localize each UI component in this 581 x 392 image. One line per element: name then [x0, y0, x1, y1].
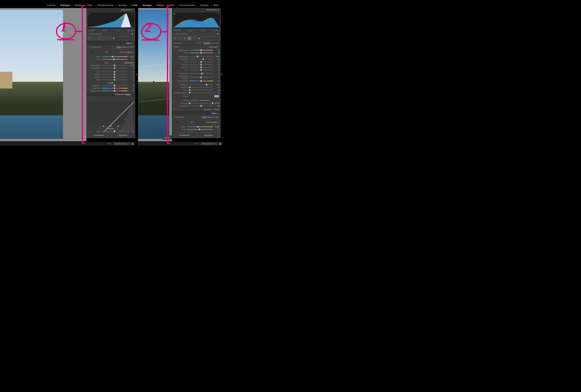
nav-libro[interactable]: Libro [85, 4, 94, 6]
panel-switch-icon[interactable] [173, 108, 175, 110]
grad-luci-slider[interactable]: Luci0 [172, 60, 221, 63]
eyedropper-icon[interactable]: ⤢ [174, 120, 179, 124]
canvas-right[interactable] [138, 8, 172, 141]
grad-margine-slider[interactable]: Elimina margine0 [172, 92, 221, 94]
nav-sviluppo[interactable]: Sviluppo [58, 4, 72, 6]
ombre-slider[interactable]: Ombre0 [87, 73, 135, 76]
grad-nitidezza-slider[interactable]: Nitidezza46 [172, 83, 221, 86]
range-mask-dropdown[interactable]: Luminanza ▼ [200, 99, 211, 101]
canvas-left[interactable] [0, 8, 86, 141]
photo-preview[interactable] [0, 10, 63, 139]
grad-uniformita-slider[interactable]: Uniformità50 [172, 104, 221, 107]
spot-tool[interactable] [93, 36, 96, 40]
nav-libreria[interactable]: Libreria [45, 4, 58, 6]
vividezza-slider[interactable]: Vividezza0 [87, 87, 135, 90]
nav-mappa[interactable]: Mappa [72, 4, 84, 6]
ripristina-button[interactable]: Ripristina [197, 133, 220, 137]
temp-slider[interactable]: Temp5.350 [87, 55, 135, 58]
grad-rumore-slider[interactable]: Rumore0 [172, 86, 221, 89]
nav-stampa[interactable]: Stampa [116, 4, 129, 6]
histogram[interactable]: ◤ ◥ [88, 12, 134, 28]
saturazione-slider[interactable]: Saturazione0 [87, 90, 135, 92]
base-header[interactable]: Base▼ [172, 111, 221, 115]
histogram-header[interactable]: Istogramma▼ [87, 8, 135, 12]
nav-mappa[interactable]: Mappa [154, 4, 166, 6]
precedente-button[interactable]: Precedente [173, 133, 196, 137]
panel-expand-handle[interactable]: ◀ [136, 72, 137, 77]
mask-pennello[interactable]: Pennello [212, 42, 219, 44]
radial-tool[interactable] [107, 36, 110, 40]
nav-libro[interactable]: Libro [167, 4, 176, 6]
grad-contrasto-slider[interactable]: Contrasto19 [172, 58, 221, 60]
histogram-header[interactable]: Istogramma▼ [172, 8, 221, 12]
chiarezza-slider[interactable]: Chiarezza0 [87, 84, 135, 87]
colori-link[interactable]: Colori [202, 116, 207, 118]
panel-switch-icon[interactable] [88, 46, 90, 48]
grad-foschia-slider[interactable]: Rimozione foschia0 [172, 75, 221, 80]
nav-web[interactable]: Web [211, 4, 221, 6]
grad-bianchi-slider[interactable]: Bianchi0 [172, 66, 221, 68]
nav-presentazione[interactable]: Presentazione [95, 4, 115, 6]
tinta-slider[interactable]: Tinta– 7 [172, 128, 221, 131]
lock-icon[interactable]: 🔒 [219, 142, 221, 145]
brush-size-slider[interactable] [197, 36, 219, 40]
grad-chiudi[interactable]: Chiudi [214, 108, 219, 110]
mask-modifica[interactable]: Modifica [204, 42, 210, 44]
grad-saturazione-slider[interactable]: Saturazione0 [172, 80, 221, 82]
nav-sviluppo[interactable]: Sviluppo [140, 4, 154, 6]
bn-link[interactable]: Bianco e nero [122, 46, 133, 48]
foto-originale-row[interactable]: Foto originale ⚡ [172, 32, 221, 36]
foto-originale-row[interactable]: Foto originale ⚡ [87, 32, 135, 36]
panel-expand-handle[interactable]: ▶ [221, 72, 223, 77]
base-header[interactable]: Base▼ [87, 41, 135, 45]
radial-tool[interactable] [192, 36, 196, 40]
esposizione-slider[interactable]: Esposizione0,00 [87, 64, 135, 67]
photo-preview[interactable] [138, 10, 169, 139]
grad-intervallo-slider[interactable]: Intervallo0/100 [172, 102, 221, 104]
checkbox-icon[interactable] [174, 33, 175, 35]
wb-dropdown[interactable]: Come scattato▼ [205, 121, 219, 123]
lightning-icon[interactable]: ⚡ [131, 33, 133, 35]
curve-header[interactable]: Curva di viraggio▼ [87, 92, 135, 96]
contrasto-slider[interactable]: Contrasto0 [87, 67, 135, 70]
redeye-tool[interactable] [97, 36, 101, 40]
lock-icon[interactable]: 🔒 [131, 142, 134, 145]
color-swatch[interactable] [214, 95, 219, 98]
colori-link[interactable]: Colori [116, 46, 121, 48]
grad-moire-slider[interactable]: Moiré0 [172, 89, 221, 92]
crop-tool[interactable] [88, 36, 92, 40]
grad-temperatura-slider[interactable]: Temperatura0 [172, 49, 221, 52]
grad-esposizione-slider[interactable]: Esposizione– 1,44 [172, 55, 221, 58]
grad-neri-slider[interactable]: Neri0 [172, 68, 221, 71]
nav-libreria[interactable]: ia [136, 4, 140, 6]
bn-link[interactable]: Bianco e nero [208, 116, 219, 118]
nav-stampa[interactable]: Stampa [198, 4, 211, 6]
ripristina-button[interactable]: Ripristina [112, 133, 134, 137]
precedente-button[interactable]: Precedente [87, 133, 110, 137]
wb-dropdown[interactable]: Come scattato▼ [120, 51, 134, 53]
lightning-icon[interactable]: ⚡ [217, 33, 219, 35]
graduated-tool[interactable] [187, 36, 191, 40]
histogram[interactable]: ◤ ◥ [173, 12, 220, 28]
checkbox-icon[interactable] [88, 33, 90, 35]
neri-slider[interactable]: Neri0 [87, 78, 135, 81]
tinta-slider[interactable]: Tinta– 7 [87, 58, 135, 61]
nav-presentazione[interactable]: Presentazione [177, 4, 197, 6]
mask-nuovo[interactable]: Nuovo [197, 42, 202, 44]
graduated-tool[interactable] [102, 36, 106, 40]
grad-ombre-slider[interactable]: Ombre0 [172, 63, 221, 66]
auto-tone[interactable]: Automatico [124, 62, 133, 64]
temp-slider[interactable]: Temp5.350 [172, 126, 221, 128]
filter-dropdown[interactable]: Filtri disattivati▼ [113, 142, 130, 145]
filter-dropdown[interactable]: Filtri disattivati▼ [200, 142, 217, 145]
crop-tool[interactable] [173, 36, 177, 40]
spot-tool[interactable] [178, 36, 182, 40]
chiudi-button[interactable]: Chiudi [162, 136, 172, 140]
brush-size-slider[interactable] [111, 36, 134, 40]
curve-target-icon[interactable] [88, 97, 90, 99]
effetto-dropdown[interactable]: Personale ▼ [209, 46, 219, 48]
redeye-tool[interactable] [183, 36, 186, 40]
bianchi-slider[interactable]: Bianchi0 [87, 76, 135, 78]
grad-tinta-slider[interactable]: Tinta0 [172, 52, 221, 54]
tone-curve[interactable] [88, 102, 134, 125]
